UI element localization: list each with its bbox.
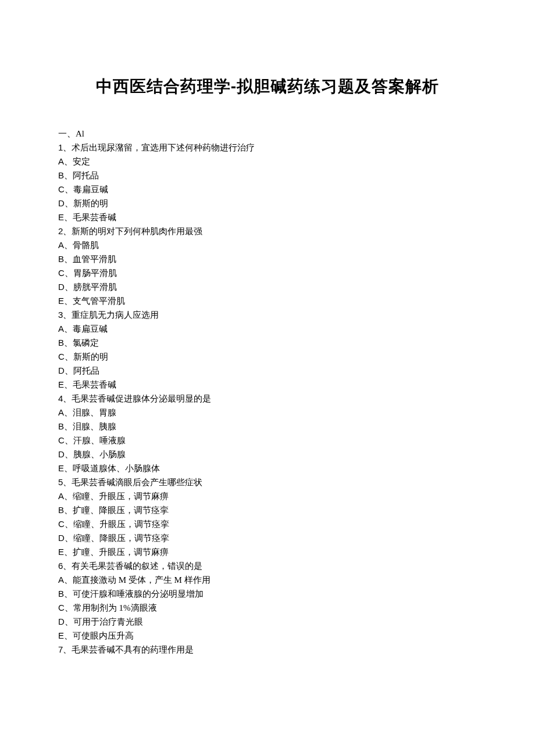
option-letter: B	[58, 589, 64, 599]
separator: 、	[64, 338, 73, 347]
separator: 、	[65, 450, 73, 459]
option-text: 新斯的明	[73, 199, 108, 208]
option-text: 呼吸道腺体、小肠腺体	[73, 464, 160, 473]
option-text: 可使汗腺和唾液腺的分泌明显增加	[73, 589, 204, 599]
question-text: 6、有关毛果芸香碱的叙述，错误的是	[58, 559, 477, 573]
separator: 、	[65, 519, 73, 529]
option-row: B、泪腺、胰腺	[58, 420, 477, 433]
page-title: 中西医结合药理学-拟胆碱药练习题及答案解析	[58, 76, 477, 98]
separator: 、	[63, 478, 72, 487]
separator: 、	[63, 143, 72, 152]
option-row: E、毛果芸香碱	[58, 378, 477, 392]
option-letter: B	[58, 170, 64, 180]
option-row: C、常用制剂为 1%滴眼液	[58, 601, 477, 615]
option-row: B、阿托品	[58, 169, 477, 182]
option-row: B、扩瞳、降眼压，调节痉挛	[58, 503, 477, 517]
option-letter: D	[58, 617, 65, 626]
option-text: 血管平滑肌	[73, 255, 116, 264]
option-letter: A	[58, 575, 64, 585]
question-text: 2、新斯的明对下列何种肌肉作用最强	[58, 224, 477, 238]
option-text: 缩瞳、升眼压，调节痉挛	[73, 519, 169, 529]
question-body: 毛果芸香碱促进腺体分泌最明显的是	[72, 394, 211, 403]
option-letter: E	[58, 463, 64, 473]
option-row: B、可使汗腺和唾液腺的分泌明显增加	[58, 587, 477, 601]
option-row: D、缩瞳、降眼压，调节痉挛	[58, 531, 477, 545]
separator: 、	[64, 296, 73, 306]
option-row: B、氯磷定	[58, 336, 477, 350]
option-letter: C	[58, 184, 65, 194]
option-row: A、骨骼肌	[58, 238, 477, 252]
option-text: 缩瞳、升眼压，调节麻痹	[73, 492, 169, 501]
separator: 、	[64, 464, 73, 473]
separator: 、	[64, 157, 73, 166]
option-text: 毒扁豆碱	[73, 324, 108, 334]
separator: 、	[64, 492, 73, 501]
option-letter: D	[58, 282, 65, 292]
option-row: A、能直接激动 M 受体，产生 M 样作用	[58, 573, 477, 587]
separator: 、	[64, 408, 73, 417]
option-text: 毛果芸香碱	[73, 380, 116, 389]
option-text: 胃肠平滑肌	[73, 268, 117, 278]
option-row: A、毒扁豆碱	[58, 322, 477, 336]
separator: 、	[65, 282, 73, 292]
option-row: C、汗腺、唾液腺	[58, 433, 477, 447]
separator: 、	[64, 547, 73, 557]
option-row: A、泪腺、胃腺	[58, 406, 477, 420]
option-text: 泪腺、胃腺	[73, 408, 116, 417]
question-body: 术后出现尿潴留，宜选用下述何种药物进行治疗	[72, 143, 255, 152]
option-letter: A	[58, 324, 64, 334]
separator: 、	[64, 589, 73, 599]
option-row: E、可使眼内压升高	[58, 629, 477, 643]
option-letter: B	[58, 421, 64, 431]
option-letter: A	[58, 240, 64, 250]
separator: 、	[63, 310, 72, 320]
option-text: 阿托品	[73, 366, 99, 375]
option-text: 扩瞳、升眼压，调节麻痹	[73, 547, 169, 557]
option-letter: E	[58, 296, 64, 306]
option-letter: C	[58, 519, 65, 529]
question-text: 7、毛果芸香碱不具有的药理作用是	[58, 643, 477, 657]
option-text: 支气管平滑肌	[73, 296, 125, 306]
separator: 、	[65, 617, 73, 626]
separator: 、	[64, 631, 73, 640]
separator: 、	[65, 366, 73, 375]
question-body: 新斯的明对下列何种肌肉作用最强	[72, 227, 202, 236]
option-letter: C	[58, 268, 65, 278]
option-text: 膀胱平滑肌	[73, 282, 117, 292]
option-letter: A	[58, 156, 64, 166]
separator: 、	[64, 380, 73, 389]
option-letter: D	[58, 533, 65, 543]
separator: 、	[64, 241, 73, 250]
option-letter: A	[58, 491, 64, 501]
option-row: D、可用于治疗青光眼	[58, 615, 477, 629]
question-body: 毛果芸香碱滴眼后会产生哪些症状	[72, 478, 202, 487]
separator: 、	[65, 603, 73, 612]
option-row: B、血管平滑肌	[58, 252, 477, 266]
option-letter: A	[58, 407, 64, 417]
section-label: 一、Al	[58, 127, 477, 141]
question-body: 有关毛果芸香碱的叙述，错误的是	[72, 561, 202, 571]
option-text: 缩瞳、降眼压，调节痉挛	[73, 533, 169, 543]
option-letter: B	[58, 505, 64, 515]
separator: 、	[64, 255, 73, 264]
separator: 、	[65, 268, 73, 278]
separator: 、	[64, 171, 73, 180]
separator: 、	[64, 324, 73, 334]
option-row: D、新斯的明	[58, 196, 477, 210]
question-body: 重症肌无力病人应选用	[72, 310, 159, 320]
separator: 、	[64, 422, 73, 431]
option-text: 安定	[73, 157, 90, 166]
option-text: 胰腺、小肠腺	[73, 450, 126, 459]
option-text: 氯磷定	[73, 338, 99, 347]
separator: 、	[64, 506, 73, 515]
option-text: 常用制剂为 1%滴眼液	[73, 603, 157, 612]
option-text: 毒扁豆碱	[73, 185, 108, 194]
separator: 、	[64, 213, 73, 222]
option-letter: E	[58, 547, 64, 557]
option-text: 能直接激动 M 受体，产生 M 样作用	[73, 575, 211, 585]
option-text: 扩瞳、降眼压，调节痉挛	[73, 506, 169, 515]
option-text: 可使眼内压升高	[73, 631, 134, 640]
option-text: 可用于治疗青光眼	[73, 617, 143, 626]
option-letter: D	[58, 366, 65, 375]
option-text: 新斯的明	[73, 352, 108, 361]
